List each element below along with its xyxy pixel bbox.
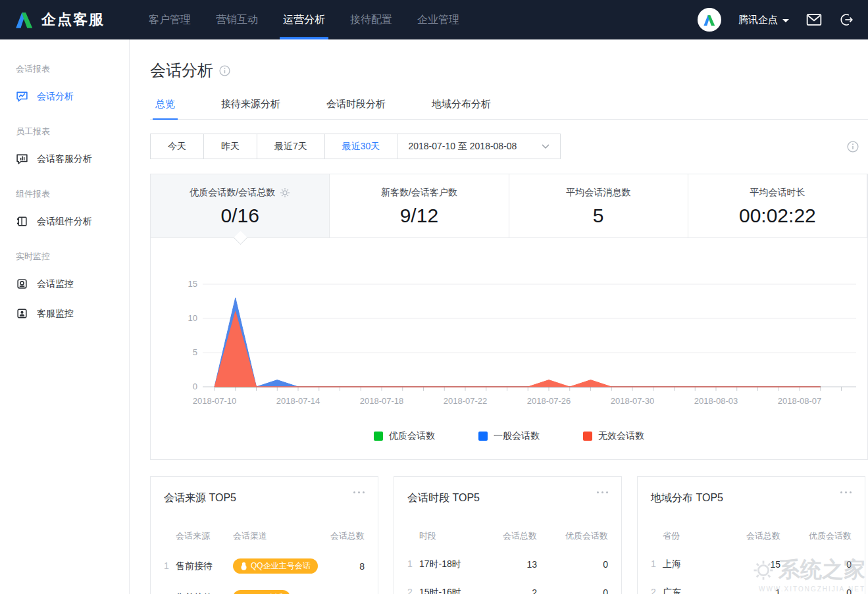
more-menu-icon[interactable] <box>352 487 366 497</box>
account-dropdown[interactable]: 腾讯企点 <box>738 14 789 26</box>
sidebar-item-session-monitor[interactable]: 会话监控 <box>0 269 129 299</box>
sidebar-item-agent-analysis[interactable]: 会话客服分析 <box>0 144 129 174</box>
tab-overview[interactable]: 总览 <box>150 98 180 119</box>
sidebar-item-label: 会话客服分析 <box>37 153 92 165</box>
gear-icon[interactable] <box>280 187 290 198</box>
filter-last7days-button[interactable]: 最近7天 <box>257 134 325 159</box>
nav-menu: 客户管理 营销互动 运营分析 接待配置 企业管理 <box>136 0 472 39</box>
legend-invalid-sessions[interactable]: 无效会话数 <box>583 430 644 442</box>
filter-last30days-button[interactable]: 最近30天 <box>325 134 398 159</box>
table-row[interactable]: 2售前接待 网页会话 4 <box>164 590 365 594</box>
svg-text:5: 5 <box>193 347 197 357</box>
sidebar-item-label: 客服监控 <box>37 308 74 320</box>
svg-text:10: 10 <box>188 313 197 323</box>
source-name: 售前接待 <box>176 592 213 594</box>
table-title: 会话来源 TOP5 <box>164 491 365 505</box>
stat-cards-row: 优质会话数/会话总数 0/16 新客数/会话客户数 9/12 <box>151 174 867 238</box>
qq-icon <box>240 562 247 570</box>
sessions-area-chart: 0510152018-07-102018-07-142018-07-182018… <box>151 238 867 442</box>
svg-text:2018-07-10: 2018-07-10 <box>193 396 237 406</box>
column-header: 会话来源 <box>164 530 233 542</box>
column-header: 时段 <box>407 530 476 542</box>
sidebar-item-label: 会话监控 <box>37 278 74 290</box>
legend-label: 无效会话数 <box>598 430 644 442</box>
chart-canvas: 0510152018-07-102018-07-142018-07-182018… <box>151 238 867 422</box>
svg-text:2018-08-07: 2018-08-07 <box>778 396 822 406</box>
legend-normal-sessions[interactable]: 一般会话数 <box>478 430 540 442</box>
mail-icon[interactable] <box>806 13 822 26</box>
stat-card-quality-sessions[interactable]: 优质会话数/会话总数 0/16 <box>151 174 330 237</box>
table-row[interactable]: 1上海 15 0 <box>651 558 852 570</box>
table-row[interactable]: 117时-18时 13 0 <box>407 558 608 570</box>
svg-text:2018-07-30: 2018-07-30 <box>611 396 655 406</box>
tab-region-analysis[interactable]: 地域分布分析 <box>426 98 496 119</box>
table-session-source-top5: 会话来源 TOP5 会话来源 会话渠道 会话总数 1售前接待 QQ企业主号会话 <box>150 476 378 594</box>
filter-row: 今天 昨天 最近7天 最近30天 2018-07-10 至 2018-08-08 <box>150 134 868 159</box>
column-header: 优质会话数 <box>780 530 852 542</box>
legend-label: 优质会话数 <box>389 430 435 442</box>
legend-label: 一般会话数 <box>494 430 540 442</box>
nav-item-enterprise[interactable]: 企业管理 <box>405 0 472 39</box>
table-row[interactable]: 215时-16时 2 0 <box>407 587 608 594</box>
rank: 1 <box>164 560 176 571</box>
top5-tables-row: 会话来源 TOP5 会话来源 会话渠道 会话总数 1售前接待 QQ企业主号会话 <box>150 476 868 594</box>
avatar[interactable] <box>698 8 721 32</box>
tab-period-analysis[interactable]: 会话时段分析 <box>321 98 391 119</box>
nav-item-analytics[interactable]: 运营分析 <box>270 0 338 39</box>
date-range-select[interactable]: 2018-07-10 至 2018-08-08 <box>397 134 561 159</box>
svg-text:15: 15 <box>188 279 197 289</box>
nav-item-customer[interactable]: 客户管理 <box>136 0 203 39</box>
more-menu-icon[interactable] <box>596 487 609 497</box>
sidebar-item-label: 会话分析 <box>37 91 74 103</box>
legend-quality-sessions[interactable]: 优质会话数 <box>374 430 435 442</box>
rank: 1 <box>651 558 663 569</box>
title-info-icon[interactable] <box>219 65 230 76</box>
date-range-value: 2018-07-10 至 2018-08-08 <box>408 141 517 153</box>
component-icon <box>16 215 28 228</box>
sidebar-item-agent-monitor[interactable]: 客服监控 <box>0 299 129 328</box>
svg-text:2018-07-22: 2018-07-22 <box>444 396 488 406</box>
period-name: 17时-18时 <box>419 558 461 569</box>
quality-value: 0 <box>537 587 608 594</box>
sidebar-item-component-analysis[interactable]: 会话组件分析 <box>0 207 129 236</box>
column-header: 会话总数 <box>330 530 365 542</box>
quality-value: 0 <box>780 559 852 570</box>
logout-icon[interactable] <box>839 12 854 27</box>
filter-today-button[interactable]: 今天 <box>150 134 204 159</box>
chevron-down-icon <box>542 144 549 149</box>
filter-info-icon[interactable] <box>847 141 859 153</box>
channel-badge: 网页会话 <box>233 590 290 594</box>
stat-card-avg-duration[interactable]: 平均会话时长 00:02:22 <box>688 174 867 237</box>
stat-label: 优质会话数/会话总数 <box>190 187 275 199</box>
chat-chart-icon <box>16 90 28 103</box>
sidebar-item-session-analysis[interactable]: 会话分析 <box>0 82 129 111</box>
sidebar-group-staff-reports: 员工报表 <box>0 119 129 144</box>
stat-value: 00:02:22 <box>688 205 867 227</box>
nav-right: 腾讯企点 <box>698 8 854 32</box>
column-header: 会话总数 <box>720 530 780 542</box>
brand: 企点客服 <box>14 10 105 30</box>
nav-item-marketing[interactable]: 营销互动 <box>203 0 270 39</box>
more-menu-icon[interactable] <box>839 487 853 497</box>
quality-value: 0 <box>780 587 852 594</box>
table-row[interactable]: 2广东 1 0 <box>651 587 852 594</box>
table-row[interactable]: 1售前接待 QQ企业主号会话 8 <box>164 558 365 574</box>
legend-swatch-red <box>583 432 592 441</box>
top-navbar: 企点客服 客户管理 营销互动 运营分析 接待配置 企业管理 腾讯企点 <box>0 0 868 39</box>
tab-source-analysis[interactable]: 接待来源分析 <box>216 98 286 119</box>
sidebar-group-realtime-monitor: 实时监控 <box>0 244 129 269</box>
svg-text:2018-07-18: 2018-07-18 <box>360 396 404 406</box>
sidebar-group-session-reports: 会话报表 <box>0 57 129 82</box>
stat-value: 9/12 <box>330 205 508 227</box>
svg-text:2018-07-14: 2018-07-14 <box>276 396 320 406</box>
stat-card-avg-messages[interactable]: 平均会话消息数 5 <box>509 174 688 237</box>
province-name: 广东 <box>663 587 681 594</box>
stat-label: 平均会话消息数 <box>566 187 630 199</box>
period-name: 15时-16时 <box>419 587 461 594</box>
nav-item-reception[interactable]: 接待配置 <box>338 0 405 39</box>
channel-label: QQ企业主号会话 <box>251 560 311 572</box>
stat-card-new-customers[interactable]: 新客数/会话客户数 9/12 <box>330 174 509 237</box>
filter-yesterday-button[interactable]: 昨天 <box>204 134 257 159</box>
chat-bars-icon <box>16 153 28 165</box>
stat-value: 0/16 <box>151 205 329 227</box>
